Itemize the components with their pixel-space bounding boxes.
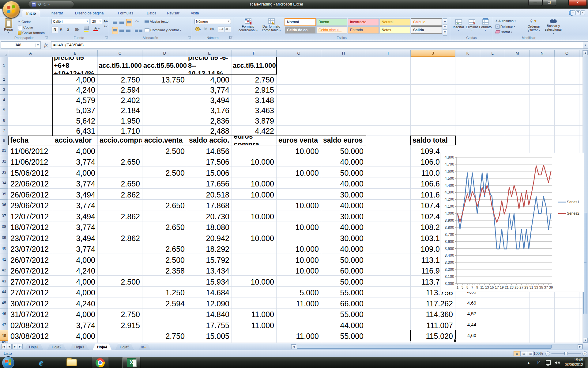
cell-G41[interactable]: 10.000 xyxy=(277,254,321,265)
column-header-K[interactable]: K xyxy=(455,50,480,57)
cell-B44[interactable]: 4,000 xyxy=(53,287,98,298)
column-header-partial[interactable] xyxy=(579,50,583,57)
cell-D5[interactable] xyxy=(142,105,187,116)
cell-C6[interactable]: 1.950 xyxy=(98,115,142,126)
cell-I35[interactable] xyxy=(366,189,411,200)
cell-J8[interactable]: saldo total xyxy=(411,136,455,145)
cell-F44[interactable] xyxy=(232,287,277,298)
sort-filter-button[interactable]: AZ▼ Ordenary filtrar ▾ xyxy=(524,18,543,33)
cell-L8[interactable] xyxy=(480,136,505,145)
cell-I46[interactable] xyxy=(366,309,411,320)
cell-H48[interactable]: 55.000 xyxy=(321,330,366,341)
scroll-right-icon[interactable]: ▶ xyxy=(578,344,582,349)
percent-button[interactable]: % xyxy=(202,26,209,33)
row-header-40[interactable]: 40 xyxy=(0,243,8,254)
row-header-1[interactable]: 1 xyxy=(0,57,8,74)
cell-F45[interactable] xyxy=(232,297,277,309)
cell-F5[interactable]: 3.463 xyxy=(232,105,277,116)
sheet-tab-Hoja3[interactable]: Hoja3 xyxy=(70,344,89,350)
merge-center-button[interactable]: Combinar y centrar▾ xyxy=(145,28,181,32)
cell-B43[interactable]: 4,000 xyxy=(53,276,98,287)
cell-B40[interactable]: 3,774 xyxy=(53,243,98,254)
cell-O45[interactable] xyxy=(555,297,579,309)
taskbar-clock[interactable]: 15:05 03/08/2012 xyxy=(565,358,583,367)
cell-I2[interactable] xyxy=(366,74,411,85)
cell-C2[interactable]: 2.750 xyxy=(98,74,142,85)
row-header-32[interactable]: 32 xyxy=(0,156,8,167)
cell-D47[interactable] xyxy=(142,319,187,330)
portapapeles-dialog-launcher-icon[interactable]: ◿ xyxy=(45,36,48,39)
align-right-icon[interactable] xyxy=(126,28,130,33)
cell-H8[interactable]: saldo euros xyxy=(321,136,366,145)
series-line-Series1[interactable] xyxy=(458,173,551,249)
row-header-47[interactable]: 47 xyxy=(0,319,8,330)
cell-E6[interactable]: 2,836 xyxy=(187,115,232,126)
cell-M2[interactable] xyxy=(505,74,530,85)
cell-D46[interactable] xyxy=(142,309,187,320)
cell-I3[interactable] xyxy=(366,85,411,95)
insert-function-button[interactable]: fx xyxy=(41,41,51,49)
cell-B39[interactable]: 3,494 xyxy=(53,232,98,243)
font-color-button[interactable]: A▾ xyxy=(91,26,100,33)
cell-G32[interactable] xyxy=(277,156,321,167)
cell-style-entrada[interactable]: Entrada xyxy=(348,26,379,34)
format-cells-button[interactable]: Formato▾ xyxy=(479,19,492,32)
cell-A3[interactable] xyxy=(8,85,53,95)
cell-D2[interactable]: 13.750 xyxy=(142,74,187,85)
cell-I33[interactable] xyxy=(366,167,411,178)
cell-I6[interactable] xyxy=(366,115,411,126)
tray-network-icon[interactable] xyxy=(545,357,552,368)
cell-F32[interactable]: 10.000 xyxy=(232,156,277,167)
sheet-nav-next-icon[interactable]: ▶ xyxy=(12,344,17,349)
workbook-close-icon[interactable]: ✕ xyxy=(580,10,585,15)
align-bottom-icon[interactable] xyxy=(126,19,132,26)
cell-J46[interactable]: 114.360 xyxy=(411,309,455,320)
restore-button[interactable]: ❐ xyxy=(542,0,556,6)
cell-O1[interactable] xyxy=(555,57,579,74)
cell-D6[interactable] xyxy=(142,115,187,126)
cell-A34[interactable]: 22/06/2012 xyxy=(8,178,53,189)
zoom-slider-thumb[interactable] xyxy=(564,352,568,356)
zoom-in-icon[interactable]: + xyxy=(582,351,587,356)
cell-F48[interactable] xyxy=(232,330,277,341)
column-header-F[interactable]: F xyxy=(232,50,277,57)
taskbar-chrome-icon[interactable] xyxy=(92,357,108,368)
cell-B34[interactable]: 3,774 xyxy=(53,178,98,189)
cell-A47[interactable]: 02/08/2012 xyxy=(8,319,53,330)
cell-P6[interactable] xyxy=(579,115,583,126)
cell-G36[interactable]: 10.000 xyxy=(277,200,321,211)
cell-A8[interactable]: fecha xyxy=(8,136,53,145)
cell-A4[interactable] xyxy=(8,95,53,105)
row-header-2[interactable]: 2 xyxy=(0,74,8,85)
cell-D41[interactable]: 2.500 xyxy=(142,254,187,265)
fill-color-button[interactable] xyxy=(82,26,91,33)
cell-I47[interactable] xyxy=(366,319,411,330)
cell-H36[interactable]: 40.000 xyxy=(321,200,366,211)
cell-M8[interactable] xyxy=(505,136,530,145)
cell-A33[interactable]: 15/06/2012 xyxy=(8,167,53,178)
sheet-nav-prev-icon[interactable]: ◀ xyxy=(7,344,12,349)
cell-A32[interactable]: 11/06/2012 xyxy=(8,156,53,167)
cell-A41[interactable]: 26/07/2012 xyxy=(8,254,53,265)
cell-M6[interactable] xyxy=(505,115,530,126)
cell-K48[interactable]: 4,60 xyxy=(455,330,480,341)
cell-C34[interactable]: 2.650 xyxy=(98,178,142,189)
cell-H4[interactable] xyxy=(321,95,366,105)
cell-H3[interactable] xyxy=(321,85,366,95)
scroll-down-icon[interactable]: ▼ xyxy=(583,338,588,343)
cell-D31[interactable]: 2.500 xyxy=(142,145,187,156)
cell-N4[interactable] xyxy=(530,95,555,105)
cell-C38[interactable] xyxy=(98,221,142,232)
cell-C40[interactable] xyxy=(98,243,142,254)
cell-C43[interactable]: 2.500 xyxy=(98,276,142,287)
cell-J43[interactable]: 113.7 xyxy=(411,276,440,287)
bold-button[interactable]: N xyxy=(51,26,58,33)
cell-H35[interactable]: 30.000 xyxy=(321,189,366,200)
increase-indent-icon[interactable] xyxy=(139,28,142,33)
cell-K6[interactable] xyxy=(455,115,480,126)
gallery-up-icon[interactable]: ▲ xyxy=(443,18,447,24)
cell-F2[interactable]: 2.750 xyxy=(232,74,277,85)
orientation-icon[interactable]: ⟋▾ xyxy=(135,19,138,23)
cell-D35[interactable] xyxy=(142,189,187,200)
cell-J35[interactable]: 101.6 xyxy=(411,189,440,200)
